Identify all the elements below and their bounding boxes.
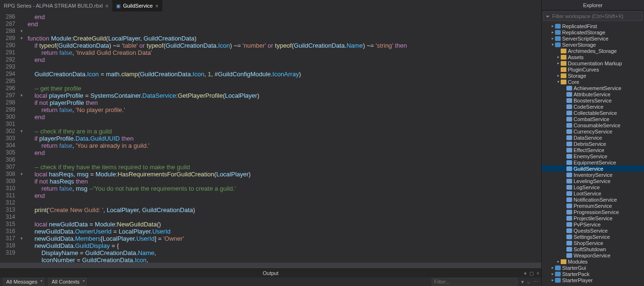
tree-label: ProgressionService (574, 209, 619, 215)
tree-item[interactable]: NotificationService (542, 196, 644, 203)
tree-label: AchievementService (574, 85, 621, 91)
more-icon[interactable]: ⋯ (533, 279, 538, 285)
tree-item[interactable]: ▸Assets (542, 54, 644, 60)
chevron-icon[interactable]: ▸ (550, 272, 555, 276)
tree-item[interactable]: SettingsService (542, 234, 644, 240)
service-icon (555, 278, 561, 283)
tree-item[interactable]: EffectService (542, 147, 644, 153)
tree-item[interactable]: AchievementService (542, 85, 644, 91)
service-icon (555, 30, 561, 35)
module-icon (566, 142, 572, 146)
chevron-icon[interactable]: ▸ (550, 24, 555, 28)
tree-item[interactable]: ▸StarterPlayer (542, 277, 644, 283)
module-icon (566, 148, 572, 153)
close-icon[interactable]: × (155, 2, 159, 10)
explorer-tree[interactable]: ▸ReplicatedFirst▸ReplicatedStorage▸Serve… (542, 22, 644, 286)
chevron-icon[interactable]: ▸ (556, 55, 561, 59)
tree-item[interactable]: ▸Documentation Markup (542, 60, 644, 66)
tree-label: PluginCurves (568, 67, 599, 72)
tree-item[interactable]: ProgressionService (542, 209, 644, 215)
tree-item[interactable]: EquipmentService (542, 159, 644, 165)
tab-file-1[interactable]: ▣ GuildService × (112, 0, 162, 11)
tree-item[interactable]: CollectableService (542, 110, 644, 116)
module-icon (566, 129, 572, 134)
tree-label: CurrencyService (574, 129, 612, 134)
chevron-icon[interactable]: ▸ (556, 259, 561, 264)
tree-item[interactable]: ▸ServerScriptService (542, 35, 644, 41)
minimap[interactable] (537, 11, 541, 263)
filter-icon: ⏷ (545, 14, 550, 19)
tree-item[interactable]: ▾Core (542, 79, 644, 85)
tree-item[interactable]: ProjectileService (542, 215, 644, 221)
tree-item[interactable]: SoftShutdown (542, 246, 644, 252)
close-icon[interactable]: × (105, 2, 109, 10)
tree-item[interactable]: LogService (542, 184, 644, 190)
close-icon[interactable]: × (536, 269, 539, 278)
tree-item[interactable]: EnemyService (542, 153, 644, 159)
code-content[interactable]: end end function Module:CreateGuild(Loca… (25, 11, 541, 263)
messages-dropdown[interactable]: All Messages (3, 278, 44, 286)
fold-gutter[interactable]: ▾▾▾▾▾▾ (18, 11, 25, 263)
tree-item[interactable]: WeaponService (542, 252, 644, 258)
code-editor[interactable]: 286 287 288 289 290 291 292 293 294 295 … (0, 11, 541, 263)
tree-item[interactable]: InventoryService (542, 172, 644, 178)
chevron-icon[interactable]: ▾ (556, 80, 561, 84)
tree-item[interactable]: ▸StarterGui (542, 265, 644, 271)
tree-item[interactable]: GuildService (542, 165, 644, 172)
output-panel: Output ▾ ▢ × All Messages All Contexts ▾… (0, 268, 541, 286)
module-icon (566, 117, 572, 122)
tree-item[interactable]: PluginCurves (542, 66, 644, 72)
tree-item[interactable]: CodeService (542, 103, 644, 110)
tree-item[interactable]: ShopService (542, 240, 644, 246)
tree-item[interactable]: ▸Modules (542, 258, 644, 265)
minimize-icon[interactable]: ▾ (524, 269, 526, 278)
tree-item[interactable]: ConsumableService (542, 122, 644, 128)
output-filter-input[interactable] (432, 278, 517, 286)
chevron-icon[interactable]: ▸ (556, 61, 561, 65)
tree-item[interactable]: LootService (542, 190, 644, 196)
maximize-icon[interactable]: ▢ (529, 269, 534, 278)
module-icon (566, 179, 572, 184)
tree-item[interactable]: DebrisService (542, 141, 644, 147)
tree-item[interactable]: QuestsService (542, 227, 644, 234)
output-title-text: Output (263, 270, 278, 276)
explorer-filter[interactable]: ⏷ (543, 11, 643, 21)
module-icon (566, 135, 572, 140)
tree-item[interactable]: ▸ReplicatedStorage (542, 29, 644, 35)
horizontal-scrollbar[interactable] (0, 263, 541, 268)
chevron-icon[interactable]: ▸ (550, 266, 555, 270)
tree-item[interactable]: BoostersService (542, 97, 644, 103)
tree-label: ShopService (574, 240, 603, 246)
tree-item[interactable]: DataService (542, 134, 644, 141)
tree-item[interactable]: PvPService (542, 221, 644, 227)
tree-item[interactable]: Archimedes_Storage (542, 48, 644, 54)
tree-label: StarterPlayer (562, 277, 593, 283)
chevron-icon[interactable]: ▸ (556, 73, 561, 78)
module-icon (566, 210, 572, 214)
contexts-dropdown[interactable]: All Contexts (48, 278, 87, 286)
tree-item[interactable]: PremiumService (542, 203, 644, 209)
tree-item[interactable]: CurrencyService (542, 128, 644, 134)
tree-item[interactable]: ▸ReplicatedFirst (542, 23, 644, 29)
dropdown-icon[interactable]: ▾ (521, 279, 524, 285)
chevron-icon[interactable]: ▾ (550, 42, 555, 47)
tree-item[interactable]: ▸Storage (542, 72, 644, 79)
chevron-icon[interactable]: ▸ (550, 278, 555, 282)
chevron-icon[interactable]: ▸ (550, 36, 555, 41)
explorer-filter-input[interactable] (552, 13, 640, 19)
service-icon (555, 266, 561, 270)
tree-item[interactable]: CombatService (542, 116, 644, 122)
tree-label: Core (568, 79, 579, 85)
chevron-icon[interactable]: ▸ (550, 30, 555, 34)
tree-item[interactable]: AttributeService (542, 91, 644, 97)
tree-label: ReplicatedStorage (562, 30, 605, 35)
tree-item[interactable]: ▸StarterPack (542, 271, 644, 277)
module-icon (566, 111, 572, 115)
clear-icon[interactable]: ⌵ (527, 279, 530, 285)
module-icon (566, 204, 572, 208)
tree-item[interactable]: LevelingService (542, 178, 644, 184)
module-icon (566, 173, 572, 177)
tree-label: CollectableService (574, 110, 617, 116)
tree-item[interactable]: ▾ServerStorage (542, 41, 644, 48)
tab-file-0[interactable]: RPG Series - ALPHA STREAM BUILD.rbxl × (0, 0, 112, 11)
